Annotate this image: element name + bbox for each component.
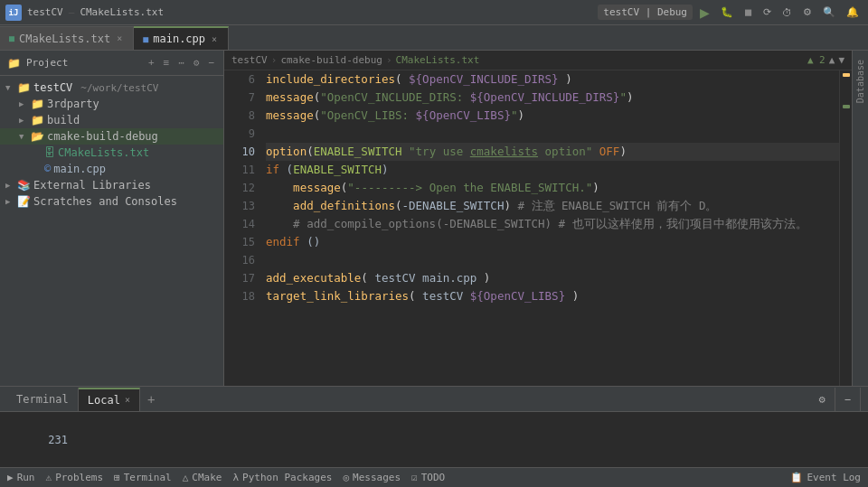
tree-item-root[interactable]: ▼ 📁 testCV ~/work/testCV xyxy=(0,80,223,96)
terminal-settings-button[interactable]: ⚙ xyxy=(810,388,835,411)
tab-main-close[interactable]: × xyxy=(210,34,219,44)
build-button[interactable]: ⟳ xyxy=(760,5,775,20)
search-everywhere-button[interactable]: 🔍 xyxy=(819,5,839,20)
code-editor[interactable]: 6 7 8 9 10 11 12 13 14 15 16 17 18 inclu… xyxy=(224,70,852,386)
gutter-badge-area: ▲ 2 ▲ ▼ xyxy=(807,54,844,66)
label-3rdparty: 3rdparty xyxy=(47,98,99,110)
sidebar-minimize-button[interactable]: − xyxy=(206,55,216,70)
ln-12: 12 xyxy=(224,179,255,197)
status-run[interactable]: ▶ Run xyxy=(7,472,35,483)
editor-gutter xyxy=(839,70,852,386)
line-numbers: 6 7 8 9 10 11 12 13 14 15 16 17 18 xyxy=(224,70,260,386)
ln-13: 13 xyxy=(224,197,255,215)
ln-15: 15 xyxy=(224,233,255,251)
run-status-icon: ▶ xyxy=(7,472,14,483)
gutter-badge[interactable]: ▲ 2 xyxy=(807,54,826,66)
terminal-minimize-button[interactable]: − xyxy=(835,388,861,411)
tab-main-cpp[interactable]: ■ main.cpp × xyxy=(134,26,229,50)
status-messages[interactable]: ◎ Messages xyxy=(343,472,401,483)
code-line-16 xyxy=(266,251,839,269)
sidebar-settings-button[interactable]: ≡ xyxy=(162,55,172,70)
arrow-build: ▶ xyxy=(19,116,28,125)
tab-local[interactable]: Local × xyxy=(79,388,140,411)
cmake-file-icon-tree: 🗄 xyxy=(44,146,55,159)
sidebar-gear-icon[interactable]: ⚙ xyxy=(192,55,202,70)
project-folder-icon: 📁 xyxy=(7,57,21,70)
tree-item-scratches[interactable]: ▶ 📝 Scratches and Consoles xyxy=(0,193,223,210)
code-line-7: message("OpenCV_INCLUDE_DIRS: ${OpenCV_I… xyxy=(266,89,839,107)
add-content-button[interactable]: + xyxy=(146,55,156,70)
root-label: testCV xyxy=(33,81,72,94)
run-status-label: Run xyxy=(17,472,35,483)
code-line-18: target_link_libraries( testCV ${OpenCV_L… xyxy=(266,287,839,305)
code-line-12: message("---------> Open the ENABLE_SWIT… xyxy=(266,179,839,197)
tree-item-build[interactable]: ▶ 📁 build xyxy=(0,112,223,128)
status-bar: ▶ Run ⚠ Problems ⊞ Terminal △ CMake λ Py… xyxy=(0,467,868,487)
tab-local-close[interactable]: × xyxy=(125,395,130,405)
code-line-8: message("OpenCV_LIBS: ${OpenCV_LIBS}") xyxy=(266,107,839,125)
breadcrumb: testCV › cmake-build-debug › CMakeLists.… xyxy=(224,51,852,70)
gutter-collapse-btn[interactable]: ▼ xyxy=(838,54,844,66)
todo-icon: ☑ xyxy=(411,472,418,483)
underline-cmakelists: cmakelists xyxy=(470,143,538,161)
tab-terminal[interactable]: Terminal xyxy=(7,388,79,411)
code-line-15: endif () xyxy=(266,233,839,251)
terminal-icon: ⊞ xyxy=(114,472,120,483)
root-path: ~/work/testCV xyxy=(80,82,158,94)
notification-button[interactable]: 🔔 xyxy=(843,5,863,20)
ext-libs-icon: 📚 xyxy=(17,179,31,192)
scratch-icon: 📝 xyxy=(17,195,31,208)
status-todo[interactable]: ☑ TODO xyxy=(411,472,445,483)
settings-button[interactable]: ⚙ xyxy=(799,5,816,20)
status-cmake[interactable]: △ CMake xyxy=(183,472,222,483)
label-main-cpp: main.cpp xyxy=(53,163,106,175)
stop-button[interactable]: ◼ xyxy=(741,5,756,20)
messages-icon: ◎ xyxy=(343,472,349,483)
breadcrumb-sep1: › xyxy=(271,54,278,66)
tree-item-cmake-build-debug[interactable]: ▼ 📂 cmake-build-debug xyxy=(0,128,223,145)
breadcrumb-sep2: › xyxy=(386,54,392,66)
run-button[interactable]: ▶ xyxy=(696,4,713,22)
sidebar-more-button[interactable]: ⋯ xyxy=(176,55,186,70)
debug-button[interactable]: 🐛 xyxy=(717,5,737,20)
fn-message7: message xyxy=(266,89,314,107)
profile-button[interactable]: ⏱ xyxy=(778,5,796,20)
fn-add-defs: add_definitions xyxy=(293,197,395,215)
status-terminal[interactable]: ⊞ Terminal xyxy=(114,472,172,483)
tab-main-label: main.cpp xyxy=(153,33,205,45)
breadcrumb-dir: cmake-build-debug xyxy=(280,54,382,66)
code-line-10: option(ENABLE_SWITCH "try use cmakelists… xyxy=(266,143,839,161)
app-title: testCV xyxy=(27,6,63,18)
terminal-line-number: 231 xyxy=(48,434,68,446)
sidebar-tree: ▼ 📁 testCV ~/work/testCV ▶ 📁 3rdparty ▶ … xyxy=(0,76,223,386)
code-line-11: if (ENABLE_SWITCH) xyxy=(266,161,839,179)
ln-16: 16 xyxy=(224,251,255,269)
root-arrow: ▼ xyxy=(5,83,14,92)
terminal-line-1: 231 xyxy=(9,416,859,464)
gutter-expand-btn[interactable]: ▲ xyxy=(829,54,835,66)
database-tab[interactable]: Database xyxy=(854,54,867,108)
event-log-label: Event Log xyxy=(807,472,861,483)
tree-item-3rdparty[interactable]: ▶ 📁 3rdparty xyxy=(0,96,223,112)
cpp-file-icon: ■ xyxy=(143,34,148,44)
cpp-file-icon-tree: © xyxy=(44,163,51,175)
status-problems[interactable]: ⚠ Problems xyxy=(46,472,104,483)
top-bar: iJ testCV – CMakeLists.txt testCV | Debu… xyxy=(0,0,868,25)
problems-icon: ⚠ xyxy=(46,472,52,483)
add-terminal-button[interactable]: + xyxy=(140,392,162,407)
tree-item-cmakelist[interactable]: ▶ 🗄 CMakeLists.txt xyxy=(0,145,223,161)
tree-item-main-cpp[interactable]: ▶ © main.cpp xyxy=(0,161,223,177)
code-line-6: include_directories( ${OpenCV_INCLUDE_DI… xyxy=(266,70,839,89)
tree-item-ext-libs[interactable]: ▶ 📚 External Libraries xyxy=(0,177,223,193)
label-scratches: Scratches and Consoles xyxy=(33,195,177,208)
tab-cmake[interactable]: ■ CMakeLists.txt × xyxy=(0,26,134,50)
tab-cmake-close[interactable]: × xyxy=(115,33,124,43)
status-python[interactable]: λ Python Packages xyxy=(232,472,332,483)
code-content[interactable]: include_directories( ${OpenCV_INCLUDE_DI… xyxy=(260,70,839,386)
editor-area: testCV › cmake-build-debug › CMakeLists.… xyxy=(224,51,852,386)
ln-18: 18 xyxy=(224,287,255,305)
status-event-log[interactable]: 📋 Event Log xyxy=(790,472,861,483)
terminal-content: 231 (base) chendeMacBook-Pro:build chen$… xyxy=(0,412,868,467)
debug-config[interactable]: testCV | Debug xyxy=(598,5,693,20)
kw-if: if xyxy=(266,161,279,179)
